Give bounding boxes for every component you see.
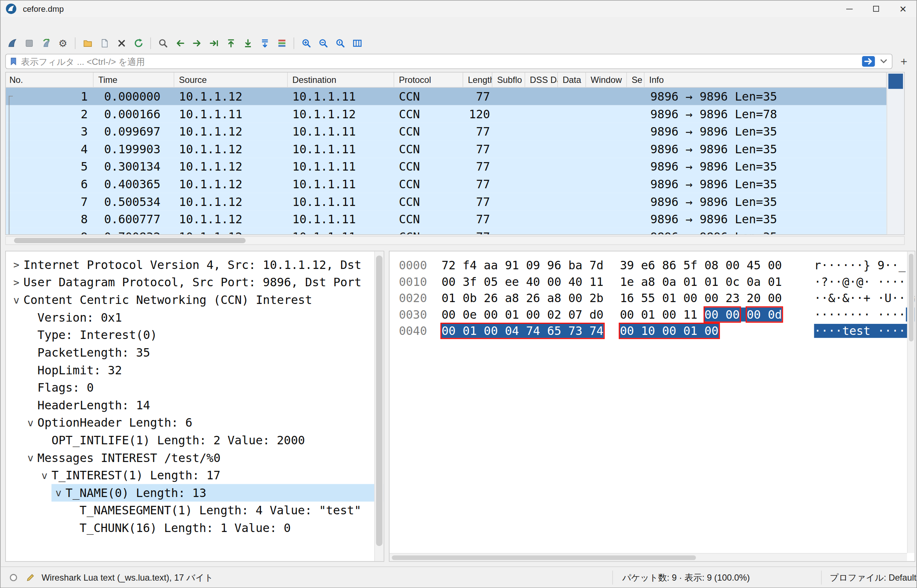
column-header-protocol[interactable]: Protocol	[394, 73, 463, 87]
save-file-button[interactable]	[97, 36, 112, 51]
apply-filter-button[interactable]	[861, 56, 875, 68]
hex-row[interactable]: 001000 3f 05 ee 40 00 40 111e a8 0a 01 0…	[399, 274, 914, 290]
display-filter-field[interactable]	[5, 54, 892, 69]
detail-line[interactable]: vT_NAME(0) Length: 13	[6, 484, 384, 502]
close-file-button[interactable]	[113, 36, 129, 51]
add-filter-button[interactable]: ＋	[896, 54, 912, 69]
open-file-button[interactable]	[79, 36, 95, 51]
status-profile[interactable]: プロファイル: Default	[822, 572, 916, 583]
packet-row[interactable]: 90.70083210.1.1.1210.1.1.11CCN779896 → 9…	[6, 228, 887, 234]
packet-row[interactable]: 30.09969710.1.1.1210.1.1.11CCN779896 → 9…	[6, 123, 887, 141]
hex-bytes-right[interactable]: 1e a8 0a 01 01 0c 0a 01	[620, 274, 782, 290]
stop-capture-button[interactable]	[21, 36, 37, 51]
hex-bytes-left[interactable]: 00 0e 00 01 00 02 07 d0	[442, 306, 604, 322]
packet-row[interactable]: 60.40036510.1.1.1210.1.1.11CCN779896 → 9…	[6, 175, 887, 193]
packet-row[interactable]: 20.00016610.1.1.1110.1.1.12CCN1209896 → …	[6, 105, 887, 123]
scrollbar-thumb[interactable]	[14, 238, 246, 243]
column-header-data[interactable]: Data	[558, 73, 586, 87]
detail-line[interactable]: T_NAMESEGMENT(1) Length: 4 Value: "test"	[6, 501, 384, 519]
packet-row[interactable]: 50.30013410.1.1.1210.1.1.11CCN779896 → 9…	[6, 158, 887, 175]
menu-item[interactable]	[79, 23, 90, 28]
filter-dropdown-button[interactable]	[878, 59, 889, 64]
ascii-column[interactable]: ········ ········	[814, 306, 915, 322]
expand-arrow-icon[interactable]: v	[23, 417, 37, 428]
detail-line[interactable]: HeaderLength: 14	[6, 396, 384, 414]
packet-list-vertical-scrollbar[interactable]	[886, 73, 904, 235]
ascii-column[interactable]: ·?··@·@· ········	[814, 274, 915, 290]
expand-arrow-icon[interactable]: v	[37, 469, 52, 481]
menu-item[interactable]	[26, 23, 37, 28]
minimize-button[interactable]	[836, 1, 862, 17]
column-header-source[interactable]: Source	[174, 73, 288, 87]
ascii-column[interactable]: ····test ·····	[814, 323, 913, 339]
expert-info-button[interactable]	[8, 572, 19, 583]
expand-arrow-icon[interactable]: v	[52, 487, 66, 499]
capture-comment-button[interactable]	[25, 572, 37, 583]
maximize-button[interactable]	[862, 1, 890, 17]
bytes-vertical-scrollbar[interactable]	[907, 251, 915, 553]
hex-row[interactable]: 004000 01 00 04 74 65 73 7400 10 00 01 0…	[399, 323, 914, 339]
column-header-dss[interactable]: DSS Da	[525, 73, 558, 87]
column-header-subflow[interactable]: Subflo	[492, 73, 525, 87]
column-header-destination[interactable]: Destination	[288, 73, 395, 87]
find-packet-button[interactable]	[155, 36, 171, 51]
detail-line[interactable]: Version: 0x1	[6, 309, 384, 326]
hex-bytes-left[interactable]: 00 3f 05 ee 40 00 40 11	[442, 274, 604, 290]
column-header-window[interactable]: Window	[586, 73, 627, 87]
go-last-packet-button[interactable]	[240, 36, 256, 51]
hex-bytes-left[interactable]: 01 0b 26 a8 26 a8 00 2b	[442, 290, 604, 306]
zoom-reset-button[interactable]	[332, 36, 348, 51]
reload-file-button[interactable]	[131, 36, 146, 51]
packet-list-horizontal-scrollbar[interactable]	[5, 236, 904, 245]
detail-line[interactable]: vMessages INTEREST /test/%0	[6, 449, 384, 467]
hex-row[interactable]: 002001 0b 26 a8 26 a8 00 2b16 55 01 00 0…	[399, 290, 914, 306]
go-back-button[interactable]	[172, 36, 188, 51]
detail-line[interactable]: HopLimit: 32	[6, 362, 384, 379]
menu-item[interactable]	[58, 23, 68, 28]
expand-arrow-icon[interactable]: v	[9, 294, 23, 306]
hex-bytes-left[interactable]: 00 01 00 04 74 65 73 74	[442, 323, 604, 339]
resize-columns-button[interactable]	[349, 36, 365, 51]
menu-item[interactable]	[100, 23, 111, 28]
hex-bytes-right[interactable]: 39 e6 86 5f 08 00 45 00	[620, 257, 782, 273]
zoom-in-button[interactable]	[298, 36, 314, 51]
restart-capture-button[interactable]	[38, 36, 54, 51]
go-to-packet-button[interactable]	[206, 36, 222, 51]
scrollbar-thumb[interactable]	[909, 254, 914, 341]
menu-item[interactable]	[37, 23, 47, 28]
detail-line[interactable]: vContent Centric Networking (CCN) Intere…	[6, 291, 384, 309]
menu-item[interactable]	[68, 23, 79, 28]
detail-line[interactable]: vOptionHeader Length: 6	[6, 414, 384, 431]
hex-row[interactable]: 000072 f4 aa 91 09 96 ba 7d39 e6 86 5f 0…	[399, 257, 914, 273]
expand-arrow-icon[interactable]: >	[9, 277, 23, 289]
hex-row[interactable]: 003000 0e 00 01 00 02 07 d000 01 00 11 0…	[399, 306, 914, 322]
zoom-out-button[interactable]	[315, 36, 331, 51]
packet-row[interactable]: 10.00000010.1.1.1210.1.1.11CCN779896 → 9…	[6, 88, 887, 105]
hex-bytes-right[interactable]: 00 10 00 01 00	[620, 323, 782, 339]
capture-options-button[interactable]: ⚙	[55, 36, 71, 51]
expand-arrow-icon[interactable]: v	[23, 452, 37, 464]
menu-item[interactable]	[90, 23, 100, 28]
hex-bytes-right[interactable]: 00 01 00 11 00 00 00 0d	[620, 306, 782, 322]
column-header-seq[interactable]: Se	[627, 73, 645, 87]
detail-line[interactable]: vT_INTEREST(1) Length: 17	[6, 467, 384, 484]
packet-row[interactable]: 70.50053410.1.1.1210.1.1.11CCN779896 → 9…	[6, 193, 887, 211]
menu-item[interactable]	[5, 23, 16, 28]
column-header-info[interactable]: Info	[645, 73, 887, 87]
detail-line[interactable]: OPT_INTLIFE(1) Length: 2 Value: 2000	[6, 431, 384, 449]
highlighted-bytes-tname-length[interactable]: 00 0d	[747, 308, 782, 321]
hex-bytes-right[interactable]: 16 55 01 00 00 23 20 00	[620, 290, 782, 306]
column-header-time[interactable]: Time	[94, 73, 174, 87]
close-button[interactable]: ×	[890, 1, 916, 17]
highlighted-bytes-chunk[interactable]: 00 10 00 01 00	[620, 324, 718, 338]
detail-line[interactable]: T_CHUNK(16) Length: 1 Value: 0	[6, 519, 384, 537]
start-capture-button[interactable]	[4, 36, 20, 51]
packet-row[interactable]: 40.19990310.1.1.1210.1.1.11CCN779896 → 9…	[6, 141, 887, 158]
menu-item[interactable]	[47, 23, 58, 28]
expand-arrow-icon[interactable]: >	[9, 259, 23, 271]
colorize-packets-button[interactable]	[274, 36, 290, 51]
ascii-column[interactable]: ··&·&··+ ·U···# ·	[814, 290, 915, 306]
scrollbar-thumb[interactable]	[392, 555, 696, 560]
detail-line[interactable]: >Internet Protocol Version 4, Src: 10.1.…	[6, 256, 384, 274]
column-header-length[interactable]: Length	[463, 73, 492, 87]
